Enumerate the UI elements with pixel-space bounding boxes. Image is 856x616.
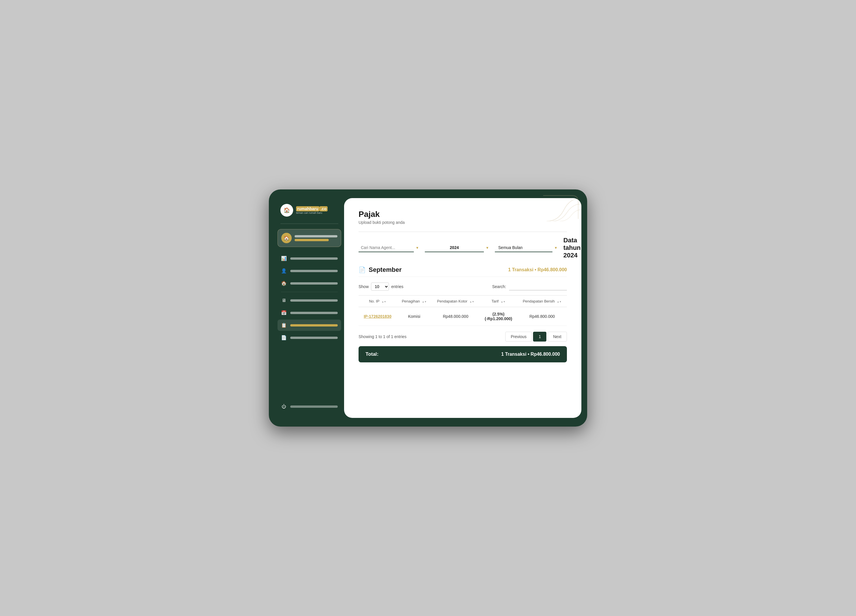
corner-decoration: [547, 198, 581, 221]
sort-icon-tarif[interactable]: ▲▼: [501, 301, 505, 303]
sidebar-item-pajak[interactable]: 📋: [277, 320, 341, 331]
table-body: IP-1726201830 Komisi Rp48.000.000 (2.5%)…: [359, 307, 567, 326]
sort-icon-pendapatan-kotor[interactable]: ▲▼: [470, 301, 474, 303]
sidebar-item-documents[interactable]: 📄: [277, 332, 341, 343]
nav-label-agents: [290, 270, 338, 272]
brand-name: rumahbaru.co: [296, 206, 328, 211]
data-table: No. IP ▲▼ Penagihan ▲▼ Pendapatan Kotor …: [359, 295, 567, 326]
col-pendapatan-kotor: Pendapatan Kotor ▲▼: [432, 296, 479, 307]
page-title: Pajak: [359, 210, 567, 219]
brand-tld: .co: [319, 206, 328, 211]
nav-label-calendar: [290, 312, 338, 314]
monitor-icon: 🖥: [281, 298, 287, 303]
sidebar: 🏠 rumahbaru.co teman cari rumah baru 🏠 📊: [275, 198, 344, 418]
section-month: September: [369, 266, 402, 273]
table-head: No. IP ▲▼ Penagihan ▲▼ Pendapatan Kotor …: [359, 296, 567, 307]
user-card[interactable]: 🏠: [277, 229, 341, 247]
user-name-bar: [295, 235, 337, 237]
cell-tarif: (2.5%) (-Rp1.200.000): [479, 307, 517, 326]
total-bar: Total: 1 Transaksi • Rp46.800.000: [359, 346, 567, 363]
nav-label-properties: [290, 282, 338, 284]
sidebar-item-agents[interactable]: 👤: [277, 265, 341, 277]
agent-search-input[interactable]: [359, 244, 414, 252]
table-header-row: No. IP ▲▼ Penagihan ▲▼ Pendapatan Kotor …: [359, 296, 567, 307]
sidebar-item-properties[interactable]: 🏠: [277, 278, 341, 289]
user-info: [295, 235, 337, 241]
sidebar-item-transactions[interactable]: 🖥: [277, 295, 341, 306]
year-input[interactable]: [425, 244, 484, 252]
col-tarif: Tarif ▲▼: [479, 296, 517, 307]
document-icon: 📄: [281, 335, 287, 340]
tarif-line2: (-Rp1.200.000): [485, 316, 512, 321]
year-chevron-icon: ▼: [486, 246, 489, 250]
brand-name-text: rumahbaru: [296, 206, 319, 211]
pagination-info: Showing 1 to 1 of 1 entries: [359, 334, 406, 339]
logo-text: rumahbaru.co teman cari rumah baru: [296, 206, 328, 215]
search-area: Search:: [492, 283, 567, 290]
data-year-label: Data tahun 2024: [563, 237, 581, 259]
previous-button[interactable]: Previous: [505, 332, 532, 341]
sort-icon-pendapatan-bersih[interactable]: ▲▼: [557, 301, 562, 303]
sort-icon-penagihan[interactable]: ▲▼: [422, 301, 426, 303]
page-subtitle: Upload bukti potong anda: [359, 220, 567, 225]
section-doc-icon: 📄: [359, 266, 366, 273]
show-label: Show: [359, 284, 369, 289]
nav-items: 📊 👤 🏠 🖥 📅 📋: [277, 253, 341, 401]
total-label: Total:: [365, 352, 379, 357]
year-filter[interactable]: ▼: [425, 244, 489, 252]
brand-tagline: teman cari rumah baru: [296, 211, 328, 215]
sidebar-item-calendar[interactable]: 📅: [277, 307, 341, 318]
section-title: 📄 September: [359, 266, 402, 273]
pagination-controls: Previous 1 Next: [505, 332, 567, 341]
page-header: Pajak Upload bukti potong anda: [359, 210, 567, 225]
nav-label-logout: [290, 406, 338, 408]
home-icon: 🏠: [281, 281, 287, 286]
tablet-frame: 🏠 rumahbaru.co teman cari rumah baru 🏠 📊: [269, 189, 587, 427]
month-input[interactable]: [495, 244, 553, 252]
nav-label-documents: [290, 336, 338, 339]
entries-select[interactable]: 10 25 50 100: [371, 283, 389, 290]
user-role-bar: [295, 239, 329, 241]
cell-pendapatan-bersih: Rp46.800.000: [517, 307, 567, 326]
nav-label-dashboard: [290, 257, 338, 260]
logo-area: 🏠 rumahbaru.co teman cari rumah baru: [277, 201, 341, 221]
table-row: IP-1726201830 Komisi Rp48.000.000 (2.5%)…: [359, 307, 567, 326]
pagination-row: Showing 1 to 1 of 1 entries Previous 1 N…: [359, 332, 567, 341]
sort-icon-no-ip[interactable]: ▲▼: [382, 301, 386, 303]
nav-label-pajak: [290, 324, 338, 327]
cell-pendapatan-kotor: Rp48.000.000: [432, 307, 479, 326]
user-avatar: 🏠: [281, 233, 292, 243]
chart-icon: 📊: [281, 256, 287, 261]
month-filter[interactable]: ▼: [495, 244, 557, 252]
col-no-ip: No. IP ▲▼: [359, 296, 397, 307]
total-value: 1 Transaksi • Rp46.800.000: [501, 352, 560, 357]
page-1-button[interactable]: 1: [533, 332, 547, 341]
search-label: Search:: [492, 284, 506, 289]
entries-label: entries: [391, 284, 403, 289]
power-icon: ⏻: [281, 404, 287, 409]
table-icon: 📋: [281, 323, 287, 328]
cell-no-ip[interactable]: IP-1726201830: [359, 307, 397, 326]
month-chevron-icon: ▼: [554, 246, 557, 250]
agent-chevron-icon: ▼: [416, 246, 419, 250]
person-icon: 👤: [281, 268, 287, 273]
cell-penagihan: Komisi: [397, 307, 432, 326]
agent-filter[interactable]: ▼: [359, 244, 419, 252]
logo-icon: 🏠: [280, 204, 293, 217]
header-divider: [359, 232, 567, 232]
filters-row: ▼ ▼ ▼ Data tahun 2024: [359, 237, 567, 259]
tarif-line1: (2.5%): [493, 312, 504, 316]
table-controls: Show 10 25 50 100 entries Search:: [359, 283, 567, 290]
col-pendapatan-bersih: Pendapatan Bersih ▲▼: [517, 296, 567, 307]
search-input[interactable]: [509, 283, 567, 290]
show-entries: Show 10 25 50 100 entries: [359, 283, 403, 290]
col-penagihan: Penagihan ▲▼: [397, 296, 432, 307]
next-button[interactable]: Next: [548, 332, 567, 341]
section-summary: 1 Transaksi • Rp46.800.000: [508, 267, 567, 272]
main-content: Pajak Upload bukti potong anda ▼ ▼ ▼ Dat…: [344, 198, 581, 418]
logout-button[interactable]: ⏻: [277, 401, 341, 412]
nav-label-transactions: [290, 300, 338, 302]
sidebar-item-dashboard[interactable]: 📊: [277, 253, 341, 264]
calendar-icon: 📅: [281, 310, 287, 315]
section-header: 📄 September 1 Transaksi • Rp46.800.000: [359, 266, 567, 277]
